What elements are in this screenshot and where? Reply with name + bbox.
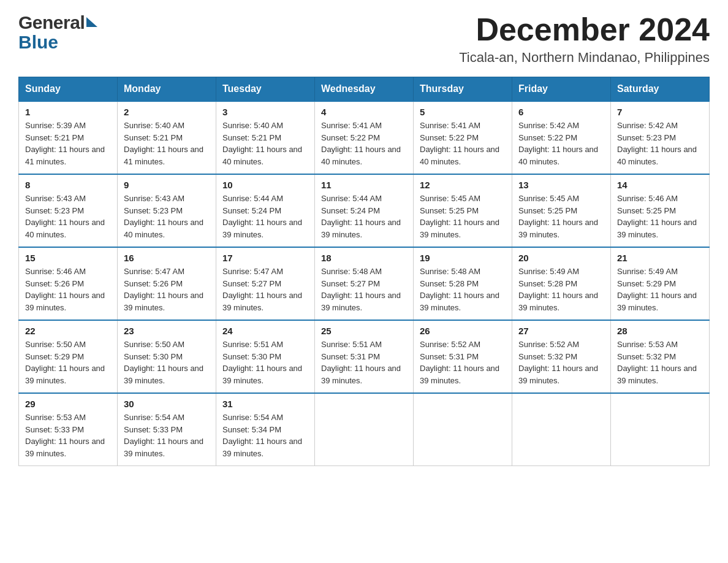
day-number: 18 [321, 253, 407, 263]
calendar-week-row: 8 Sunrise: 5:43 AMSunset: 5:23 PMDayligh… [19, 174, 710, 247]
day-info: Sunrise: 5:47 AMSunset: 5:26 PMDaylight:… [124, 267, 203, 312]
calendar-week-row: 15 Sunrise: 5:46 AMSunset: 5:26 PMDaylig… [19, 247, 710, 320]
day-number: 3 [222, 107, 308, 117]
day-info: Sunrise: 5:52 AMSunset: 5:32 PMDaylight:… [518, 340, 598, 385]
page-header: General Blue December 2024 Ticala-an, No… [18, 12, 710, 66]
day-info: Sunrise: 5:50 AMSunset: 5:29 PMDaylight:… [25, 340, 105, 385]
day-info: Sunrise: 5:43 AMSunset: 5:23 PMDaylight:… [124, 194, 203, 239]
day-info: Sunrise: 5:40 AMSunset: 5:21 PMDaylight:… [124, 121, 203, 166]
title-section: December 2024 Ticala-an, Northern Mindan… [459, 12, 710, 66]
calendar-day-cell: 11 Sunrise: 5:44 AMSunset: 5:24 PMDaylig… [315, 174, 414, 247]
day-number: 23 [124, 326, 210, 336]
day-info: Sunrise: 5:41 AMSunset: 5:22 PMDaylight:… [420, 121, 499, 166]
day-number: 8 [25, 180, 111, 190]
calendar-week-row: 1 Sunrise: 5:39 AMSunset: 5:21 PMDayligh… [19, 101, 710, 174]
day-number: 25 [321, 326, 407, 336]
day-number: 10 [222, 180, 308, 190]
calendar-day-cell [512, 393, 611, 466]
day-info: Sunrise: 5:54 AMSunset: 5:33 PMDaylight:… [124, 413, 203, 458]
day-info: Sunrise: 5:54 AMSunset: 5:34 PMDaylight:… [222, 413, 302, 458]
day-number: 15 [25, 253, 111, 263]
day-info: Sunrise: 5:39 AMSunset: 5:21 PMDaylight:… [25, 121, 105, 166]
day-info: Sunrise: 5:45 AMSunset: 5:25 PMDaylight:… [420, 194, 499, 239]
weekday-header-tuesday: Tuesday [216, 77, 315, 102]
day-info: Sunrise: 5:51 AMSunset: 5:30 PMDaylight:… [222, 340, 302, 385]
calendar-day-cell [611, 393, 710, 466]
weekday-header-row: SundayMondayTuesdayWednesdayThursdayFrid… [19, 77, 710, 102]
logo-general-text: General [18, 12, 85, 33]
day-info: Sunrise: 5:49 AMSunset: 5:28 PMDaylight:… [518, 267, 598, 312]
calendar-week-row: 29 Sunrise: 5:53 AMSunset: 5:33 PMDaylig… [19, 393, 710, 466]
day-number: 4 [321, 107, 407, 117]
day-number: 13 [518, 180, 604, 190]
day-info: Sunrise: 5:43 AMSunset: 5:23 PMDaylight:… [25, 194, 105, 239]
calendar-day-cell: 30 Sunrise: 5:54 AMSunset: 5:33 PMDaylig… [118, 393, 216, 466]
day-info: Sunrise: 5:42 AMSunset: 5:23 PMDaylight:… [617, 121, 697, 166]
calendar-day-cell: 2 Sunrise: 5:40 AMSunset: 5:21 PMDayligh… [118, 101, 216, 174]
day-number: 20 [518, 253, 604, 263]
day-info: Sunrise: 5:44 AMSunset: 5:24 PMDaylight:… [222, 194, 302, 239]
calendar-day-cell: 14 Sunrise: 5:46 AMSunset: 5:25 PMDaylig… [611, 174, 710, 247]
day-info: Sunrise: 5:45 AMSunset: 5:25 PMDaylight:… [518, 194, 598, 239]
calendar-day-cell: 17 Sunrise: 5:47 AMSunset: 5:27 PMDaylig… [216, 247, 315, 320]
calendar-week-row: 22 Sunrise: 5:50 AMSunset: 5:29 PMDaylig… [19, 320, 710, 393]
day-number: 19 [420, 253, 506, 263]
calendar-day-cell: 19 Sunrise: 5:48 AMSunset: 5:28 PMDaylig… [414, 247, 512, 320]
calendar-day-cell: 10 Sunrise: 5:44 AMSunset: 5:24 PMDaylig… [216, 174, 315, 247]
day-number: 6 [518, 107, 604, 117]
day-number: 26 [420, 326, 506, 336]
calendar-day-cell: 4 Sunrise: 5:41 AMSunset: 5:22 PMDayligh… [315, 101, 414, 174]
logo-triangle-icon [86, 17, 97, 27]
day-info: Sunrise: 5:40 AMSunset: 5:21 PMDaylight:… [222, 121, 302, 166]
calendar-day-cell: 15 Sunrise: 5:46 AMSunset: 5:26 PMDaylig… [19, 247, 118, 320]
day-info: Sunrise: 5:53 AMSunset: 5:33 PMDaylight:… [25, 413, 105, 458]
calendar-day-cell: 1 Sunrise: 5:39 AMSunset: 5:21 PMDayligh… [19, 101, 118, 174]
location-title: Ticala-an, Northern Mindanao, Philippine… [459, 50, 710, 66]
weekday-header-friday: Friday [512, 77, 611, 102]
weekday-header-thursday: Thursday [414, 77, 512, 102]
day-number: 17 [222, 253, 308, 263]
calendar-day-cell: 22 Sunrise: 5:50 AMSunset: 5:29 PMDaylig… [19, 320, 118, 393]
day-number: 5 [420, 107, 506, 117]
weekday-header-sunday: Sunday [19, 77, 118, 102]
day-info: Sunrise: 5:53 AMSunset: 5:32 PMDaylight:… [617, 340, 697, 385]
calendar-day-cell: 20 Sunrise: 5:49 AMSunset: 5:28 PMDaylig… [512, 247, 611, 320]
calendar-day-cell: 16 Sunrise: 5:47 AMSunset: 5:26 PMDaylig… [118, 247, 216, 320]
day-number: 9 [124, 180, 210, 190]
day-number: 24 [222, 326, 308, 336]
calendar-day-cell: 25 Sunrise: 5:51 AMSunset: 5:31 PMDaylig… [315, 320, 414, 393]
calendar-day-cell: 23 Sunrise: 5:50 AMSunset: 5:30 PMDaylig… [118, 320, 216, 393]
calendar-day-cell: 18 Sunrise: 5:48 AMSunset: 5:27 PMDaylig… [315, 247, 414, 320]
day-info: Sunrise: 5:48 AMSunset: 5:28 PMDaylight:… [420, 267, 499, 312]
calendar-day-cell: 26 Sunrise: 5:52 AMSunset: 5:31 PMDaylig… [414, 320, 512, 393]
calendar-day-cell: 21 Sunrise: 5:49 AMSunset: 5:29 PMDaylig… [611, 247, 710, 320]
weekday-header-monday: Monday [118, 77, 216, 102]
calendar-day-cell: 6 Sunrise: 5:42 AMSunset: 5:22 PMDayligh… [512, 101, 611, 174]
day-number: 21 [617, 253, 703, 263]
logo: General Blue [18, 12, 97, 53]
calendar-table: SundayMondayTuesdayWednesdayThursdayFrid… [18, 77, 710, 466]
calendar-day-cell: 29 Sunrise: 5:53 AMSunset: 5:33 PMDaylig… [19, 393, 118, 466]
logo-blue-text: Blue [18, 32, 97, 53]
day-number: 30 [124, 399, 210, 409]
calendar-day-cell: 12 Sunrise: 5:45 AMSunset: 5:25 PMDaylig… [414, 174, 512, 247]
day-number: 16 [124, 253, 210, 263]
calendar-day-cell [414, 393, 512, 466]
day-number: 28 [617, 326, 703, 336]
calendar-day-cell: 8 Sunrise: 5:43 AMSunset: 5:23 PMDayligh… [19, 174, 118, 247]
calendar-day-cell: 5 Sunrise: 5:41 AMSunset: 5:22 PMDayligh… [414, 101, 512, 174]
day-info: Sunrise: 5:42 AMSunset: 5:22 PMDaylight:… [518, 121, 598, 166]
day-info: Sunrise: 5:48 AMSunset: 5:27 PMDaylight:… [321, 267, 401, 312]
weekday-header-wednesday: Wednesday [315, 77, 414, 102]
calendar-day-cell: 9 Sunrise: 5:43 AMSunset: 5:23 PMDayligh… [118, 174, 216, 247]
day-info: Sunrise: 5:50 AMSunset: 5:30 PMDaylight:… [124, 340, 203, 385]
day-info: Sunrise: 5:51 AMSunset: 5:31 PMDaylight:… [321, 340, 401, 385]
day-number: 1 [25, 107, 111, 117]
day-number: 12 [420, 180, 506, 190]
calendar-day-cell: 7 Sunrise: 5:42 AMSunset: 5:23 PMDayligh… [611, 101, 710, 174]
logo-line1: General [18, 12, 97, 33]
day-number: 14 [617, 180, 703, 190]
day-number: 7 [617, 107, 703, 117]
calendar-day-cell: 3 Sunrise: 5:40 AMSunset: 5:21 PMDayligh… [216, 101, 315, 174]
calendar-day-cell: 27 Sunrise: 5:52 AMSunset: 5:32 PMDaylig… [512, 320, 611, 393]
